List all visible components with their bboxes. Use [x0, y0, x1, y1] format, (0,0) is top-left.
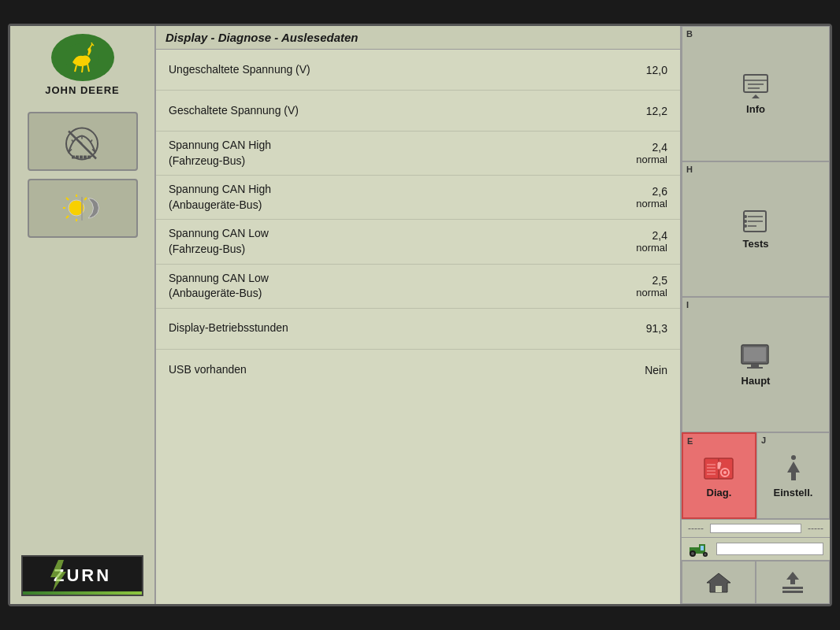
tractor-icon	[688, 541, 712, 557]
table-row: Display-Betriebsstunden 91,3	[156, 309, 680, 350]
list-icon	[779, 570, 807, 595]
left-sidebar: JOHN DEERE	[10, 26, 156, 604]
zurn-lightning	[46, 560, 70, 591]
table-row: Geschaltete Spannung (V) 12,2	[156, 91, 680, 132]
diag-icon	[701, 454, 737, 484]
status-dash-left: -----	[688, 523, 704, 534]
svg-rect-42	[747, 367, 763, 369]
svg-line-6	[91, 43, 92, 44]
table-row: Spannung CAN Low(Anbaugeräte-Bus) 2,5 no…	[156, 265, 680, 309]
svg-line-5	[92, 44, 94, 46]
svg-rect-63	[782, 587, 803, 589]
tests-icon	[741, 209, 771, 235]
brightness-icon	[61, 187, 104, 230]
row-value: 12,2	[604, 105, 667, 117]
row-label: Spannung CAN Low(Fahrzeug-Bus)	[169, 226, 269, 257]
svg-rect-28	[744, 75, 768, 92]
svg-rect-40	[744, 347, 766, 361]
progress-bar	[710, 524, 801, 533]
row-label: Spannung CAN High(Fahrzeug-Bus)	[169, 138, 271, 169]
main-screen: JOHN DEERE	[8, 24, 832, 606]
svg-rect-59	[701, 546, 704, 550]
svg-point-36	[744, 215, 747, 218]
speedometer-icon	[61, 120, 104, 163]
btn-key-i: I	[686, 300, 689, 309]
svg-rect-17	[80, 156, 83, 159]
right-sidebar: B Info H Tests	[680, 26, 830, 604]
row-label: Ungeschaltete Spannung (V)	[169, 62, 310, 78]
svg-line-24	[66, 198, 69, 200]
btn-key-e: E	[687, 436, 693, 446]
haupt-button[interactable]: I Haupt	[682, 297, 830, 432]
row-label: Geschaltete Spannung (V)	[169, 103, 299, 119]
table-row: Spannung CAN High(Anbaugeräte-Bus) 2,6 n…	[156, 176, 680, 220]
diag-label: Diag.	[707, 487, 732, 498]
btn-key-h: H	[686, 165, 693, 174]
bottom-btn-row: E Diag.	[682, 432, 830, 519]
svg-rect-41	[751, 364, 759, 367]
svg-line-26	[66, 216, 69, 218]
row-value: Nein	[604, 364, 667, 376]
row-value: 2,4 normal	[604, 229, 667, 254]
svg-line-2	[82, 66, 83, 72]
svg-rect-64	[782, 591, 803, 593]
speedometer-button[interactable]	[28, 112, 138, 171]
row-label: USB vorhanden	[169, 362, 247, 378]
table-row: Ungeschaltete Spannung (V) 12,0	[156, 50, 680, 91]
svg-marker-62	[786, 572, 799, 584]
svg-line-11	[91, 140, 92, 143]
table-row: Spannung CAN High(Fahrzeug-Bus) 2,4 norm…	[156, 132, 680, 176]
einstell-icon	[778, 454, 809, 484]
einstell-label: Einstell.	[774, 487, 813, 498]
tests-label: Tests	[743, 238, 769, 250]
diag-button[interactable]: E Diag.	[682, 432, 756, 519]
svg-rect-16	[76, 156, 79, 159]
haupt-label: Haupt	[742, 375, 771, 387]
status-bar: ----- -----	[682, 519, 830, 537]
table-row: Spannung CAN Low(Fahrzeug-Bus) 2,4 norma…	[156, 220, 680, 264]
svg-rect-19	[87, 156, 91, 159]
svg-marker-52	[787, 461, 800, 480]
bottom-nav-row	[682, 560, 830, 604]
einstell-button[interactable]: J Einstell.	[756, 432, 830, 519]
jd-deer-icon	[51, 34, 114, 81]
btn-key-b: B	[686, 29, 693, 39]
brightness-button[interactable]	[28, 179, 138, 238]
row-value: 91,3	[604, 322, 667, 335]
svg-point-56	[691, 552, 694, 555]
row-label: Display-Betriebsstunden	[169, 321, 288, 336]
tests-button[interactable]: H Tests	[682, 161, 830, 297]
deer-svg	[61, 40, 104, 76]
icon-row	[682, 537, 830, 560]
brand-name: JOHN DEERE	[45, 84, 120, 96]
home-icon	[704, 570, 733, 595]
zurn-logo: ZURN	[21, 555, 143, 596]
page-title: Display - Diagnose - Auslesedaten	[156, 26, 680, 50]
info-label: Info	[746, 103, 765, 115]
status-dash-right: -----	[808, 523, 823, 534]
table-row: USB vorhanden Nein	[156, 350, 680, 391]
data-area: Ungeschaltete Spannung (V) 12,0 Geschalt…	[156, 50, 680, 604]
svg-rect-15	[72, 156, 75, 159]
row-value: 2,4 normal	[604, 141, 667, 165]
jd-logo-area: JOHN DEERE	[45, 34, 120, 96]
svg-line-25	[84, 198, 87, 200]
svg-point-38	[744, 224, 747, 228]
info-icon	[740, 72, 771, 100]
main-content: Display - Diagnose - Auslesedaten Ungesc…	[156, 26, 680, 604]
home-button[interactable]	[682, 561, 756, 604]
svg-point-37	[744, 220, 747, 223]
label-area	[716, 543, 823, 555]
info-button[interactable]: B Info	[682, 26, 830, 161]
svg-point-58	[704, 554, 707, 556]
list-button[interactable]	[756, 561, 830, 604]
row-value: 2,6 normal	[604, 185, 667, 209]
svg-rect-18	[84, 156, 87, 159]
row-label: Spannung CAN High(Anbaugeräte-Bus)	[169, 182, 271, 213]
svg-point-46	[723, 471, 727, 474]
haupt-icon	[739, 343, 772, 372]
row-value: 2,5 normal	[604, 274, 667, 298]
svg-rect-61	[715, 586, 722, 592]
row-label: Spannung CAN Low(Anbaugeräte-Bus)	[169, 271, 269, 302]
svg-line-9	[72, 140, 73, 143]
